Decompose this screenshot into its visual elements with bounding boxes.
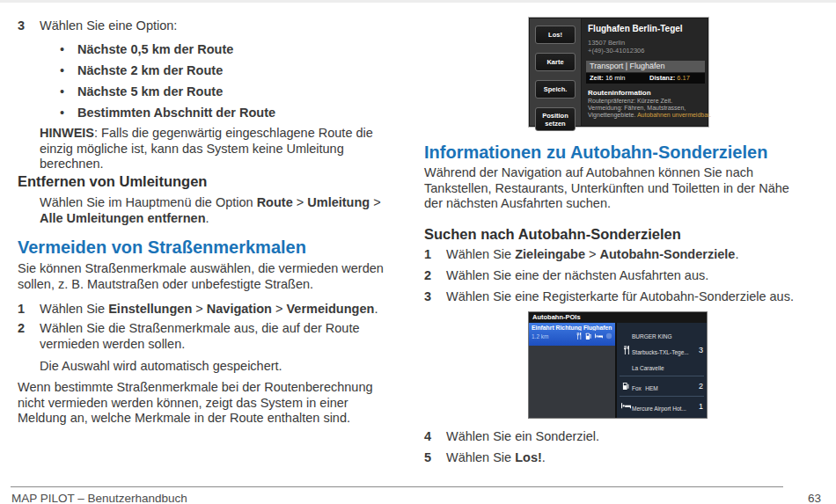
device-detail-panel: Flughafen Berlin-Tegel 13507 Berlin +(49…: [582, 18, 708, 126]
step-text: Wählen Sie eine der nächsten Ausfahrten …: [446, 268, 811, 284]
body-paragraph: Die Auswahl wird automatisch gespeichert…: [40, 359, 409, 375]
poi-groups-panel: BURGER KING Starbucks-TXL-Tege... La Car…: [617, 323, 707, 418]
speichern-button: Speich.: [535, 80, 576, 99]
body-paragraph: Sie können Straßenmerkmale auswählen, di…: [18, 261, 405, 292]
fuel-icon: [620, 382, 632, 391]
step-text: Wählen Sie die Straßenmerkmale aus, die …: [40, 321, 407, 352]
bullet-text: Nächste 5 km der Route: [77, 84, 223, 99]
device-sidebar: Los! Karte Speich. Position setzen: [530, 18, 582, 126]
list-item-step1: 1 Wählen Sie Einstellungen > Navigation …: [18, 302, 407, 318]
poi-category-bar: Transport | Flughäfen: [586, 61, 705, 72]
body-paragraph: Wählen Sie im Hauptmenü die Option Route…: [40, 195, 393, 226]
poi-name: La Caravelle: [632, 365, 664, 371]
hotel-icon: [620, 403, 632, 410]
hotel-icon: [595, 333, 603, 340]
zeit-label: Zeit:: [590, 74, 604, 82]
zeit-value: 16 min: [605, 74, 626, 82]
step-number: 2: [18, 321, 25, 337]
device-screenshot-destination: Los! Karte Speich. Position setzen Flugh…: [529, 18, 708, 127]
section-heading-entfernen: Entfernen von Umleitungen: [18, 173, 207, 190]
chapter-heading-vermeiden: Vermeiden von Straßenmerkmalen: [18, 237, 306, 258]
poi-group-hotels: Mercure Airport Hot... 1: [620, 397, 704, 416]
poi-count-badge: 3: [693, 346, 703, 354]
poi-count-badge: 2: [693, 382, 703, 391]
list-item-step2: 2 Wählen Sie eine der nächsten Ausfahrte…: [424, 268, 811, 284]
step-number: 3: [424, 289, 431, 305]
poi-title: Flughafen Berlin-Tegel: [588, 24, 683, 33]
distanz-stat: Distanz: 6.17: [649, 73, 690, 84]
distanz-label: Distanz:: [649, 74, 675, 82]
restaurant-icon: [620, 346, 632, 354]
route-info-plain: Vignettengebiete.: [588, 112, 637, 118]
exit-title: Einfahrt Richtung Flughafen ...: [532, 325, 612, 331]
fuel-icon: [585, 332, 592, 340]
poi-name-list: Mercure Airport Hot...: [632, 398, 693, 414]
pois-header-bar: Autobahn-POIs: [529, 312, 707, 323]
note-paragraph: HINWEIS: Falls die gegenwärtig eingeschl…: [40, 126, 409, 172]
route-info-title: Routeninformation: [588, 89, 651, 97]
document-page: 3 Wählen Sie eine Option: Nächste 0,5 km…: [0, 0, 836, 504]
exit-list-panel: Einfahrt Richtung Flughafen ... 1.2 km: [529, 323, 615, 418]
step-text: Wählen Sie eine Registerkarte für Autoba…: [446, 289, 811, 305]
bullet-text: Nächste 0,5 km der Route: [77, 42, 233, 56]
poi-name: HEM: [645, 385, 657, 391]
list-item-step5: 5 Wählen Sie Los!.: [424, 450, 811, 466]
step-number: 4: [424, 429, 431, 445]
poi-name: Fox: [632, 385, 642, 391]
poi-name-list: Fox HEM: [632, 378, 693, 394]
step-number: 1: [18, 302, 25, 318]
poi-phone: +(49)-30-41012306: [588, 47, 644, 55]
section-heading-suchen: Suchen nach Autobahn-Sonderzielen: [424, 226, 681, 243]
list-item-step3: 3 Wählen Sie eine Option:: [18, 18, 407, 34]
device-screenshot-autobahn-pois: Autobahn-POIs Einfahrt Richtung Flughafe…: [528, 311, 708, 419]
route-info-line: Routenpräferenz: Kürzere Zeit.: [588, 98, 672, 104]
step-text: Wählen Sie eine Option:: [40, 18, 407, 34]
distanz-value: 6.17: [677, 74, 690, 82]
step-number: 1: [424, 247, 431, 263]
list-item-step2: 2 Wählen Sie die Straßenmerkmale aus, di…: [18, 321, 407, 352]
body-paragraph: Während der Navigation auf Autobahnen kö…: [424, 165, 810, 212]
bullet-item: Nächste 5 km der Route: [60, 84, 223, 99]
exit-subline: 1.2 km: [532, 332, 612, 340]
footer-page-number: 63: [808, 492, 821, 504]
karte-button: Karte: [535, 53, 576, 71]
bullet-item: Bestimmten Abschnitt der Route: [60, 106, 275, 120]
poi-name: Mercure Airport Hot...: [632, 405, 686, 412]
restaurant-icon: [576, 332, 583, 340]
los-button: Los!: [535, 26, 576, 44]
list-item-step4: 4 Wählen Sie ein Sonderziel.: [424, 429, 811, 445]
exit-poi-icons: [576, 332, 612, 340]
route-info-line: Vermeidung: Fähren, Mautstrassen,: [588, 105, 686, 111]
route-info-warning: Autobahnen unvermeidbar.: [637, 112, 711, 118]
step-number: 2: [424, 268, 431, 284]
step-number: 3: [18, 18, 25, 34]
route-stats-bar: Zeit: 16 min Distanz: 6.17: [586, 73, 705, 84]
exit-distance: 1.2 km: [532, 333, 549, 340]
poi-name-list: BURGER KING Starbucks-TXL-Tege... La Car…: [632, 326, 693, 374]
zeit-stat: Zeit: 16 min: [590, 73, 625, 84]
list-item-step1: 1 Wählen Sie Zieleingabe > Autobahn-Sond…: [424, 247, 811, 263]
poi-name: Starbucks-TXL-Tege...: [632, 349, 689, 355]
footer-divider: [11, 486, 783, 487]
body-paragraph: Wenn bestimmte Straßenmerkmale bei der R…: [18, 380, 391, 427]
step-text: Wählen Sie Zieleingabe > Autobahn-Sonder…: [446, 247, 811, 263]
bullet-item: Nächste 2 km der Route: [60, 63, 223, 77]
bullet-item: Nächste 0,5 km der Route: [60, 42, 233, 56]
list-item-step3: 3 Wählen Sie eine Registerkarte für Auto…: [424, 289, 811, 305]
poi-group-restaurants: BURGER KING Starbucks-TXL-Tege... La Car…: [620, 325, 704, 376]
poi-group-fuel: Fox HEM 2: [620, 376, 704, 397]
poi-postcode: 13507 Berlin: [588, 39, 625, 47]
position-setzen-button: Position setzen: [535, 107, 576, 131]
poi-name: BURGER KING: [632, 333, 672, 340]
step-text: Wählen Sie ein Sonderziel.: [446, 429, 811, 445]
poi-count-badge: 1: [693, 402, 703, 411]
dimmed-poi-icon: [605, 332, 612, 340]
bullet-text: Bestimmten Abschnitt der Route: [77, 106, 275, 120]
route-info-line: Vignettengebiete. Autobahnen unvermeidba…: [588, 112, 711, 118]
step-text: Wählen Sie Einstellungen > Navigation > …: [40, 302, 407, 318]
footer-title: MAP PILOT – Benutzerhandbuch: [11, 492, 187, 504]
chapter-heading-autobahn: Informationen zu Autobahn-Sonderzielen: [424, 142, 767, 163]
selected-exit-item: Einfahrt Richtung Flughafen ... 1.2 km: [529, 323, 615, 346]
step-text: Wählen Sie Los!.: [446, 450, 811, 466]
step-number: 5: [424, 450, 431, 466]
